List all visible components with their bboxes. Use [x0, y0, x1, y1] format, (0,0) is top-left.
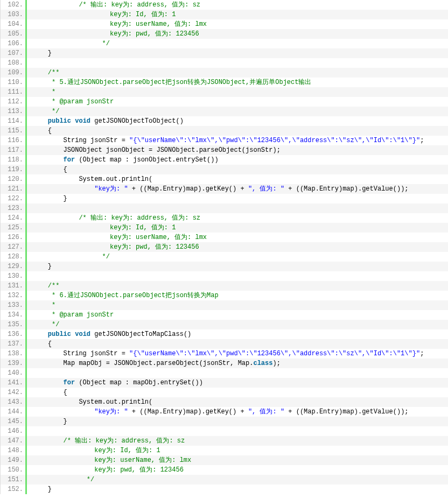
- line-content: public void getJSONObjectToObject(): [27, 116, 448, 126]
- code-token: /**: [48, 69, 60, 76]
- line-number: 135.: [1, 320, 27, 329]
- code-token: [32, 427, 36, 435]
- line-number: 105.: [1, 29, 27, 39]
- line-content: "key为: " + ((Map.Entry)map).getKey() + "…: [27, 184, 448, 194]
- line-number: 126.: [1, 233, 27, 242]
- code-token: [32, 272, 36, 280]
- code-line: 145. }: [1, 417, 448, 426]
- code-token: */: [32, 108, 59, 115]
- code-line: 118. for (Object map : jsonObject.entryS…: [1, 155, 448, 165]
- code-token: "key为: ": [94, 408, 128, 416]
- line-number: 125.: [1, 223, 27, 233]
- line-number: 136.: [1, 329, 27, 339]
- code-line: 134. * @param jsonStr: [1, 310, 448, 320]
- code-token: JSONObject jsonObject = JSONObject.parse…: [32, 146, 281, 154]
- line-number: 103.: [1, 10, 27, 19]
- line-content: Map mapObj = JSONObject.parseObject(json…: [27, 359, 448, 368]
- line-number: 120.: [1, 174, 27, 184]
- code-token: [32, 185, 94, 193]
- code-line: 135. */: [1, 320, 448, 329]
- code-line: 110. * 5.通过JSONObject.parseObject把json转换…: [1, 78, 448, 87]
- code-token: key为: Id, 值为: 1: [32, 447, 160, 454]
- code-token: Map mapObj = JSONObject.parseObject(json…: [32, 360, 253, 367]
- line-number: 102.: [1, 0, 27, 10]
- code-token: {: [32, 127, 52, 135]
- code-line: 133. *: [1, 300, 448, 310]
- code-line: 109. /**: [1, 68, 448, 78]
- code-token: [32, 214, 79, 222]
- line-content: * 6.通过JSONObject.parseObject把json转换为Map: [27, 291, 448, 300]
- code-line: 111. *: [1, 87, 448, 97]
- line-number: 111.: [1, 87, 27, 97]
- code-line: 149. key为: userName, 值为: lmx: [1, 455, 448, 465]
- line-number: 106.: [1, 39, 27, 48]
- code-token: key为: pwd, 值为: 123456: [32, 30, 199, 38]
- code-line: 131. /**: [1, 281, 448, 291]
- code-token: [32, 59, 36, 67]
- code-line: 126. key为: userName, 值为: lmx: [1, 233, 448, 242]
- line-content: [27, 271, 448, 281]
- code-token: }: [32, 50, 52, 57]
- code-token: key为: pwd, 值为: 123456: [32, 466, 184, 474]
- code-token: [32, 282, 48, 290]
- line-number: 119.: [1, 165, 27, 174]
- line-number: 128.: [1, 252, 27, 262]
- code-token: key为: userName, 值为: lmx: [32, 20, 207, 28]
- line-content: {: [27, 165, 448, 174]
- code-token: * @param jsonStr: [32, 98, 114, 106]
- code-token: System.out.println(: [32, 175, 152, 183]
- line-content: key为: userName, 值为: lmx: [27, 455, 448, 465]
- line-content: key为: Id, 值为: 1: [27, 10, 448, 19]
- code-token: ;: [420, 137, 424, 144]
- line-number: 117.: [1, 145, 27, 155]
- code-line: 102. /* 输出: key为: address, 值为: sz: [1, 0, 448, 10]
- code-line: 121. "key为: " + ((Map.Entry)map).getKey(…: [1, 184, 448, 194]
- code-token: *: [32, 301, 55, 309]
- line-content: String jsonStr = "{\"userName\":\"lmx\",…: [27, 136, 448, 145]
- code-token: key为: userName, 值为: lmx: [32, 234, 207, 241]
- code-token: [32, 117, 48, 125]
- line-content: JSONObject jsonObject = JSONObject.parse…: [27, 145, 448, 155]
- line-content: key为: pwd, 值为: 123456: [27, 465, 448, 475]
- line-number: 131.: [1, 281, 27, 291]
- line-number: 112.: [1, 97, 27, 107]
- code-line: 143. System.out.println(: [1, 397, 448, 407]
- code-token: [32, 205, 36, 212]
- line-number: 116.: [1, 136, 27, 145]
- line-content: /**: [27, 281, 448, 291]
- code-token: for: [64, 156, 75, 164]
- line-content: key为: pwd, 值为: 123456: [27, 29, 448, 39]
- code-line: 136. public void getJSONObjectToMapClass…: [1, 329, 448, 339]
- line-content: /**: [27, 68, 448, 78]
- code-line: 137. {: [1, 339, 448, 349]
- line-number: 134.: [1, 310, 27, 320]
- code-token: String jsonStr =: [32, 350, 129, 357]
- line-number: 146.: [1, 426, 27, 436]
- code-line: 150. key为: pwd, 值为: 123456: [1, 465, 448, 475]
- code-token: * 5.通过JSONObject.parseObject把json转换为JSON…: [32, 79, 311, 86]
- line-content: /* 输出: key为: address, 值为: sz: [27, 213, 448, 223]
- line-content: *: [27, 300, 448, 310]
- line-number: 108.: [1, 58, 27, 68]
- code-token: [32, 379, 64, 386]
- line-content: [27, 203, 448, 213]
- code-token: void: [75, 331, 90, 338]
- line-content: {: [27, 339, 448, 349]
- code-line: 108.: [1, 58, 448, 68]
- code-token: + ((Map.Entry)map).getValue());: [284, 408, 408, 416]
- code-line: 125. key为: Id, 值为: 1: [1, 223, 448, 233]
- code-token: class: [253, 360, 272, 367]
- line-number: 139.: [1, 359, 27, 368]
- code-token: getJSONObjectToObject(): [90, 117, 184, 125]
- line-number: 123.: [1, 203, 27, 213]
- code-line: 130.: [1, 271, 448, 281]
- line-content: }: [27, 417, 448, 426]
- code-token: key为: Id, 值为: 1: [32, 11, 176, 18]
- code-token: + ((Map.Entry)map).getValue());: [284, 185, 408, 193]
- code-line: 139. Map mapObj = JSONObject.parseObject…: [1, 359, 448, 368]
- code-token: /**: [48, 282, 60, 290]
- line-number: 130.: [1, 271, 27, 281]
- code-token: for: [64, 379, 75, 386]
- code-line: 138. String jsonStr = "{\"userName\":\"l…: [1, 349, 448, 359]
- line-content: */: [27, 39, 448, 48]
